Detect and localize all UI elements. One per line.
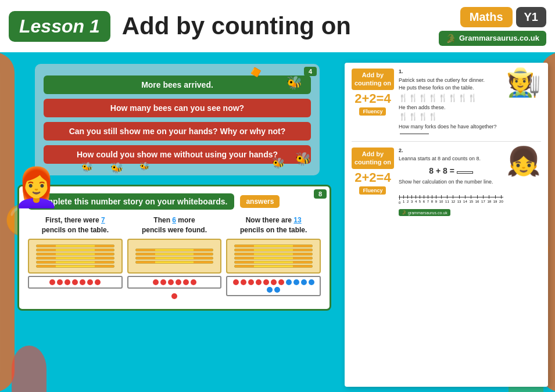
fork-icon: 🍴	[399, 93, 408, 102]
ws-character-1: 🧑‍🌾	[506, 69, 541, 96]
worksheet-panel: Add bycounting on 2+2=4 Fluency 1. Patri…	[345, 63, 548, 387]
bottom-slide: 8 Complete this number story on your whi…	[17, 185, 331, 311]
slide-btn-2: How many bees can you see now?	[44, 99, 311, 117]
story-text-2: Then 6 morepencils were found.	[127, 215, 222, 235]
page-title: Add by counting on	[122, 12, 439, 40]
worksheet-section-1: Add bycounting on 2+2=4 Fluency 1. Patri…	[352, 69, 541, 142]
fork-row-2: 🍴 🍴 🍴 🍴	[399, 112, 503, 121]
number-line-container: 0 1 2 3 4 5 6 7 8 9 10 11 12	[399, 187, 503, 204]
story-number-3: 13	[293, 216, 301, 224]
pencil-bundle-1	[28, 239, 123, 274]
ws-fluency-1: Fluency	[359, 107, 386, 116]
bee-6: 🐝	[139, 161, 149, 171]
ws-left-1: Add bycounting on 2+2=4 Fluency	[352, 69, 394, 135]
ws-equation-2: 2+2=4	[355, 171, 391, 184]
answers-button[interactable]: answers	[240, 195, 280, 208]
ws-q2-answer: Show her calculation on the number line.	[399, 179, 503, 185]
slide-number-4: 4	[304, 67, 317, 76]
slide-buttons: More bees arrived. How many bees can you…	[44, 75, 311, 164]
badge-maths: Maths	[460, 7, 513, 27]
worksheet-section-2: Add bycounting on 2+2=4 Fluency 2. Leann…	[352, 148, 541, 216]
ws-q2-question: Leanna starts at 8 and counts on 8.	[399, 156, 503, 161]
ws-q2-num: 2.	[399, 148, 503, 153]
grammarsaurus-footer-text: grammarsaurus.co.uk	[408, 211, 447, 215]
ws-content-2: 2. Leanna starts at 8 and counts on 8. 8…	[399, 148, 541, 216]
story-text-1: First, there were 7pencils on the table.	[28, 215, 123, 235]
badges-row: Maths Y1	[460, 7, 546, 27]
story-section-2: Then 6 morepencils were found.	[127, 215, 222, 302]
header: Lesson 1 Add by counting on Maths Y1 Gra…	[0, 0, 555, 52]
fork-row-1: 🍴 🍴 🍴 🍴 🍴 🍴 🍴 🍴	[399, 93, 503, 102]
story-sections: First, there were 7pencils on the table.	[28, 215, 321, 302]
bee-5: 🐝	[110, 161, 123, 174]
number-line-ticks: 0 1 2 3 4 5 6 7 8 9 10 11 12	[399, 195, 503, 204]
header-right: Maths Y1 Grammarsaurus.co.uk	[439, 7, 546, 46]
ws-q1-num: 1.	[399, 69, 503, 74]
pencil-bundle-3	[226, 239, 321, 274]
dot-frame-1	[28, 276, 123, 289]
ws-label-2: Add bycounting on	[352, 148, 394, 169]
answer-box	[457, 171, 473, 174]
bee-4: 🐝	[81, 161, 93, 172]
ws-q2-text: 2. Leanna starts at 8 and counts on 8. 8…	[399, 148, 503, 204]
grammarsaurus-text: Grammarsaurus.co.uk	[459, 34, 539, 42]
ws-q1-sub: He then adds these.	[399, 105, 503, 110]
pencil-bundle-2	[127, 239, 222, 274]
ws-q1-question: Patrick sets out the cutlery for dinner.…	[399, 77, 503, 91]
ws-content-1: 1. Patrick sets out the cutlery for dinn…	[399, 69, 541, 135]
ws-q1-top: 1. Patrick sets out the cutlery for dinn…	[399, 69, 541, 135]
story-number-1: 7	[101, 216, 105, 224]
bee-1: 🐝	[287, 75, 302, 91]
ws-equation-1: 2+2=4	[355, 92, 391, 105]
grammarsaurus-footer: 🐊 grammarsaurus.co.uk	[399, 209, 450, 216]
story-text-3: Now there are 13pencils on the table.	[226, 215, 321, 235]
ws-label-1: Add bycounting on	[352, 69, 394, 90]
ws-character-2: 👧	[506, 148, 541, 175]
story-number-2: 6	[172, 216, 176, 224]
ws-q1-answer: How many forks does he have altogether?	[399, 124, 503, 135]
ws-fluency-2: Fluency	[359, 186, 386, 195]
bee-2: 🐝	[272, 157, 285, 170]
ws-q2-top: 2. Leanna starts at 8 and counts on 8. 8…	[399, 148, 541, 204]
slide-btn-3: Can you still show me on your hands? Why…	[44, 122, 311, 141]
slide-btn-1: More bees arrived.	[44, 75, 311, 94]
story-section-1: First, there were 7pencils on the table.	[28, 215, 123, 302]
slide-number-8: 8	[314, 189, 327, 199]
lesson-badge: Lesson 1	[9, 11, 110, 42]
story-section-3: Now there are 13pencils on the table.	[226, 215, 321, 302]
ws-q1-text: 1. Patrick sets out the cutlery for dinn…	[399, 69, 503, 135]
character-left: 👩‍🦰	[13, 166, 60, 210]
grammarsaurus-logo: Grammarsaurus.co.uk	[439, 31, 546, 46]
number-story-header: Complete this number story on your white…	[28, 193, 321, 210]
bee-3: 🐝	[295, 152, 311, 167]
ws-q2-equation: 8 + 8 =	[399, 166, 503, 175]
dot-frame-3	[226, 276, 321, 296]
ws-left-2: Add bycounting on 2+2=4 Fluency	[352, 148, 394, 216]
extra-dots	[127, 292, 222, 302]
dot-frame-2	[127, 276, 222, 289]
badge-year: Y1	[516, 7, 546, 27]
top-slide: 4 More bees arrived. How many bees can y…	[35, 64, 320, 175]
